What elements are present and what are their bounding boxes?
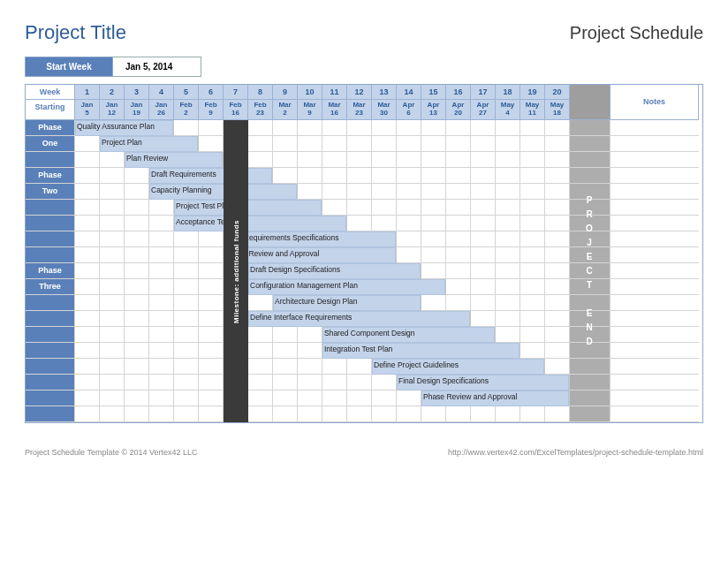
grid-body: PhaseOnePhaseTwoPhaseThree — [26, 120, 702, 422]
footer-copyright: Project Schedule Template © 2014 Vertex4… — [25, 448, 198, 457]
start-week-label: Start Week — [25, 57, 113, 77]
schedule-heading: Project Schedule — [570, 23, 703, 43]
footer-link[interactable]: http://www.vertex42.com/ExcelTemplates/p… — [448, 448, 703, 457]
project-title: Project Title — [25, 21, 126, 44]
gantt-grid: Week1234567891011121314151617181920Notes… — [25, 84, 703, 423]
start-week-value[interactable]: Jan 5, 2014 — [113, 57, 201, 77]
grid-header: Week1234567891011121314151617181920Notes… — [26, 85, 702, 120]
